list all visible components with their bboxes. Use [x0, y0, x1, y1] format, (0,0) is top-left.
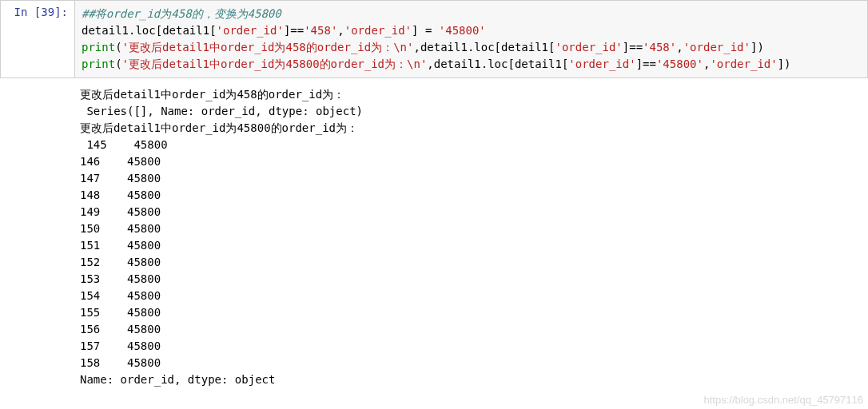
- code-string: '更改后detail1中order_id为458的order_id为：\n': [122, 41, 414, 54]
- code-token: ]==: [636, 58, 656, 70]
- output-prompt: [0, 78, 74, 393]
- output-area: 更改后detail1中order_id为458的order_id为： Serie…: [74, 78, 868, 393]
- watermark: https://blog.csdn.net/qq_45797116: [704, 394, 864, 406]
- code-builtin: print: [82, 41, 115, 54]
- code-cell: In [39]: ##将order_id为458的，变换为45800 detai…: [0, 0, 868, 78]
- code-string: 'order_id': [344, 24, 412, 37]
- code-token: ,: [337, 24, 344, 37]
- code-token: ,detail1.loc[detail1[: [413, 41, 555, 54]
- output-line: Name: order_id, dtype: object: [80, 373, 275, 386]
- code-string: '45800': [439, 24, 486, 37]
- code-string: 'order_id': [710, 58, 777, 70]
- code-input-area[interactable]: ##将order_id为458的，变换为45800 detail1.loc[de…: [74, 1, 867, 77]
- code-string: 'order_id': [683, 41, 751, 54]
- code-string: 'order_id': [555, 41, 622, 54]
- code-token: (: [115, 41, 121, 54]
- code-string: '458': [643, 41, 676, 54]
- code-token: ]): [751, 41, 764, 54]
- output-line: 更改后detail1中order_id为458的order_id为：: [80, 88, 344, 101]
- output-line: Series([], Name: order_id, dtype: object…: [80, 105, 363, 117]
- code-string: 'order_id': [568, 58, 635, 70]
- code-token: ,detail1.loc[detail1[: [427, 58, 568, 70]
- code-token: ]==: [284, 24, 304, 37]
- code-token: ,: [676, 41, 683, 54]
- code-token: (: [115, 58, 121, 70]
- code-string: '458': [304, 24, 337, 37]
- prompt-in-label: In: [14, 6, 34, 18]
- code-token: detail1.loc[detail1[: [82, 24, 217, 37]
- output-rows: 145 45800 146 45800 147 45800 148 45800 …: [80, 138, 168, 369]
- code-string: '更改后detail1中order_id为45800的order_id为：\n': [122, 58, 428, 70]
- output-line: 更改后detail1中order_id为45800的order_id为：: [80, 121, 358, 134]
- code-token: ]==: [623, 41, 643, 54]
- code-token: ] =: [412, 24, 439, 37]
- code-string: '45800': [656, 58, 703, 70]
- output-cell: 更改后detail1中order_id为458的order_id为： Serie…: [0, 78, 868, 393]
- input-prompt: In [39]:: [1, 1, 74, 77]
- code-builtin: print: [82, 58, 115, 70]
- prompt-in-number: [39]:: [34, 6, 68, 18]
- code-token: ]): [778, 58, 791, 70]
- code-string: 'order_id': [217, 24, 284, 37]
- code-comment: ##将order_id为458的，变换为45800: [82, 7, 281, 20]
